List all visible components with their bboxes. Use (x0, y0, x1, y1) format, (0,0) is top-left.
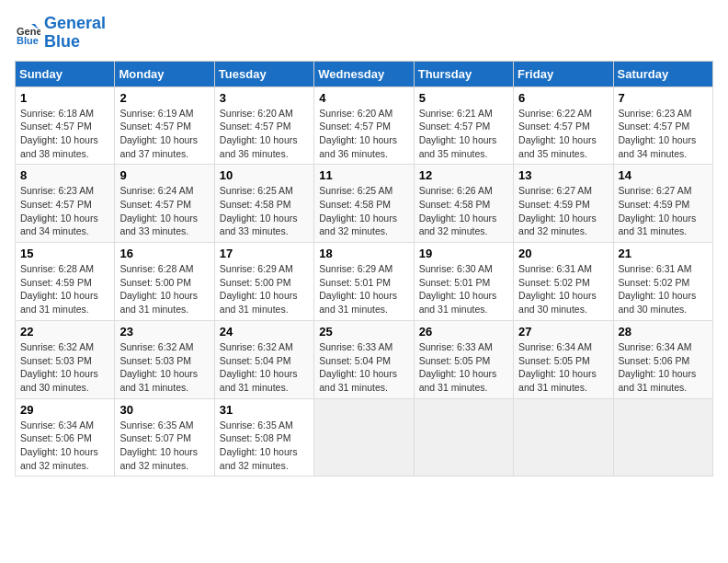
day-number: 5 (419, 91, 508, 105)
calendar-day-cell: 22Sunrise: 6:32 AM Sunset: 5:03 PM Dayli… (16, 320, 115, 398)
day-info: Sunrise: 6:21 AM Sunset: 4:57 PM Dayligh… (419, 107, 508, 161)
day-info: Sunrise: 6:29 AM Sunset: 5:01 PM Dayligh… (319, 262, 408, 316)
calendar-day-cell: 12Sunrise: 6:26 AM Sunset: 4:58 PM Dayli… (414, 165, 513, 243)
logo-icon: General Blue (15, 20, 40, 46)
day-info: Sunrise: 6:35 AM Sunset: 5:08 PM Dayligh… (220, 419, 309, 473)
calendar-day-cell: 7Sunrise: 6:23 AM Sunset: 4:57 PM Daylig… (613, 86, 712, 165)
day-number: 29 (20, 403, 109, 417)
empty-cell (314, 398, 414, 477)
svg-text:Blue: Blue (17, 35, 39, 46)
calendar-day-cell: 3Sunrise: 6:20 AM Sunset: 4:57 PM Daylig… (214, 86, 313, 165)
calendar-day-cell: 4Sunrise: 6:20 AM Sunset: 4:57 PM Daylig… (314, 86, 414, 165)
calendar-day-cell: 1Sunrise: 6:18 AM Sunset: 4:57 PM Daylig… (16, 86, 115, 165)
calendar-day-cell: 5Sunrise: 6:21 AM Sunset: 4:57 PM Daylig… (414, 86, 513, 165)
day-info: Sunrise: 6:32 AM Sunset: 5:03 PM Dayligh… (119, 340, 209, 395)
day-info: Sunrise: 6:23 AM Sunset: 4:57 PM Dayligh… (20, 184, 109, 238)
calendar-day-cell: 15Sunrise: 6:28 AM Sunset: 4:59 PM Dayli… (16, 243, 115, 321)
col-sunday: Sunday (16, 61, 115, 86)
day-number: 6 (518, 91, 608, 105)
calendar-day-cell: 30Sunrise: 6:35 AM Sunset: 5:07 PM Dayli… (115, 398, 214, 477)
day-info: Sunrise: 6:23 AM Sunset: 4:57 PM Dayligh… (619, 107, 708, 161)
empty-cell (613, 398, 712, 477)
col-saturday: Saturday (613, 61, 712, 86)
day-number: 12 (419, 168, 508, 182)
calendar-day-cell: 17Sunrise: 6:29 AM Sunset: 5:00 PM Dayli… (214, 243, 313, 321)
day-info: Sunrise: 6:31 AM Sunset: 5:02 PM Dayligh… (619, 262, 708, 316)
empty-cell (414, 398, 513, 477)
calendar-day-cell: 9Sunrise: 6:24 AM Sunset: 4:57 PM Daylig… (115, 165, 214, 243)
calendar-week-row: 29Sunrise: 6:34 AM Sunset: 5:06 PM Dayli… (16, 398, 713, 477)
day-info: Sunrise: 6:28 AM Sunset: 5:00 PM Dayligh… (119, 262, 209, 316)
day-info: Sunrise: 6:19 AM Sunset: 4:57 PM Dayligh… (119, 107, 209, 161)
logo-general: General (44, 15, 106, 33)
day-number: 27 (518, 325, 608, 339)
day-number: 22 (20, 325, 109, 339)
day-info: Sunrise: 6:20 AM Sunset: 4:57 PM Dayligh… (319, 107, 408, 161)
calendar-week-row: 8Sunrise: 6:23 AM Sunset: 4:57 PM Daylig… (16, 165, 713, 243)
day-info: Sunrise: 6:32 AM Sunset: 5:03 PM Dayligh… (20, 340, 109, 395)
day-info: Sunrise: 6:33 AM Sunset: 5:04 PM Dayligh… (319, 340, 408, 395)
day-info: Sunrise: 6:34 AM Sunset: 5:06 PM Dayligh… (20, 419, 109, 473)
logo-blue: Blue (44, 33, 106, 52)
col-friday: Friday (514, 61, 613, 86)
calendar-day-cell: 11Sunrise: 6:25 AM Sunset: 4:58 PM Dayli… (314, 165, 414, 243)
header: General Blue General Blue (15, 15, 713, 52)
calendar-day-cell: 19Sunrise: 6:30 AM Sunset: 5:01 PM Dayli… (414, 243, 513, 321)
day-info: Sunrise: 6:22 AM Sunset: 4:57 PM Dayligh… (518, 107, 608, 161)
day-number: 31 (220, 403, 309, 417)
day-number: 16 (119, 247, 209, 260)
day-info: Sunrise: 6:30 AM Sunset: 5:01 PM Dayligh… (419, 262, 508, 316)
day-info: Sunrise: 6:34 AM Sunset: 5:06 PM Dayligh… (619, 340, 708, 395)
calendar-day-cell: 31Sunrise: 6:35 AM Sunset: 5:08 PM Dayli… (214, 398, 313, 477)
calendar-day-cell: 6Sunrise: 6:22 AM Sunset: 4:57 PM Daylig… (514, 86, 613, 165)
day-number: 13 (518, 168, 608, 182)
day-info: Sunrise: 6:31 AM Sunset: 5:02 PM Dayligh… (518, 262, 608, 316)
day-number: 26 (419, 325, 508, 339)
calendar-day-cell: 16Sunrise: 6:28 AM Sunset: 5:00 PM Dayli… (115, 243, 214, 321)
day-number: 3 (220, 91, 309, 105)
day-number: 9 (119, 168, 209, 182)
day-info: Sunrise: 6:35 AM Sunset: 5:07 PM Dayligh… (119, 419, 209, 473)
day-info: Sunrise: 6:20 AM Sunset: 4:57 PM Dayligh… (220, 107, 309, 161)
day-number: 28 (619, 325, 708, 339)
day-number: 19 (419, 247, 508, 260)
day-number: 10 (220, 168, 309, 182)
calendar-day-cell: 21Sunrise: 6:31 AM Sunset: 5:02 PM Dayli… (613, 243, 712, 321)
day-info: Sunrise: 6:27 AM Sunset: 4:59 PM Dayligh… (518, 184, 608, 238)
calendar-day-cell: 23Sunrise: 6:32 AM Sunset: 5:03 PM Dayli… (115, 320, 214, 398)
day-number: 11 (319, 168, 408, 182)
day-number: 7 (619, 91, 708, 105)
calendar-day-cell: 2Sunrise: 6:19 AM Sunset: 4:57 PM Daylig… (115, 86, 214, 165)
calendar-day-cell: 26Sunrise: 6:33 AM Sunset: 5:05 PM Dayli… (414, 320, 513, 398)
day-info: Sunrise: 6:33 AM Sunset: 5:05 PM Dayligh… (419, 340, 508, 395)
empty-cell (514, 398, 613, 477)
day-number: 24 (220, 325, 309, 339)
day-info: Sunrise: 6:24 AM Sunset: 4:57 PM Dayligh… (119, 184, 209, 238)
calendar-table: SundayMondayTuesdayWednesdayThursdayFrid… (15, 61, 713, 477)
calendar-day-cell: 13Sunrise: 6:27 AM Sunset: 4:59 PM Dayli… (514, 165, 613, 243)
day-number: 20 (518, 247, 608, 260)
day-number: 17 (220, 247, 309, 260)
day-number: 25 (319, 325, 408, 339)
calendar-week-row: 22Sunrise: 6:32 AM Sunset: 5:03 PM Dayli… (16, 320, 713, 398)
calendar-day-cell: 28Sunrise: 6:34 AM Sunset: 5:06 PM Dayli… (613, 320, 712, 398)
day-info: Sunrise: 6:26 AM Sunset: 4:58 PM Dayligh… (419, 184, 508, 238)
calendar-day-cell: 8Sunrise: 6:23 AM Sunset: 4:57 PM Daylig… (16, 165, 115, 243)
day-info: Sunrise: 6:27 AM Sunset: 4:59 PM Dayligh… (619, 184, 708, 238)
day-info: Sunrise: 6:29 AM Sunset: 5:00 PM Dayligh… (220, 262, 309, 316)
col-wednesday: Wednesday (314, 61, 414, 86)
calendar-day-cell: 25Sunrise: 6:33 AM Sunset: 5:04 PM Dayli… (314, 320, 414, 398)
day-number: 4 (319, 91, 408, 105)
day-info: Sunrise: 6:34 AM Sunset: 5:05 PM Dayligh… (518, 340, 608, 395)
day-number: 1 (20, 91, 109, 105)
day-number: 30 (119, 403, 209, 417)
day-number: 2 (119, 91, 209, 105)
col-tuesday: Tuesday (214, 61, 313, 86)
calendar-day-cell: 24Sunrise: 6:32 AM Sunset: 5:04 PM Dayli… (214, 320, 313, 398)
day-info: Sunrise: 6:32 AM Sunset: 5:04 PM Dayligh… (220, 340, 309, 395)
day-number: 8 (20, 168, 109, 182)
day-info: Sunrise: 6:25 AM Sunset: 4:58 PM Dayligh… (319, 184, 408, 238)
calendar-week-row: 1Sunrise: 6:18 AM Sunset: 4:57 PM Daylig… (16, 86, 713, 165)
col-monday: Monday (115, 61, 214, 86)
day-info: Sunrise: 6:25 AM Sunset: 4:58 PM Dayligh… (220, 184, 309, 238)
